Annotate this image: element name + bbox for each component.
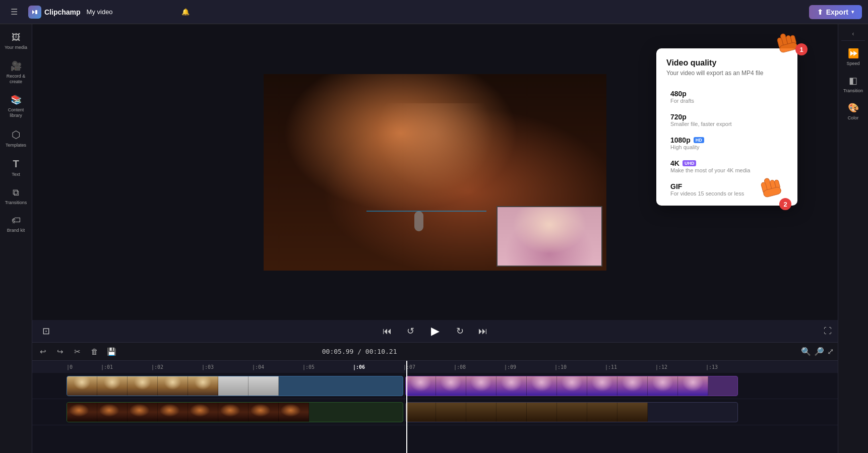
timecode-display: 00:05.99 / 00:10.21 (322, 348, 397, 355)
clip-thumb (497, 376, 527, 396)
clip-thumb (218, 376, 249, 396)
templates-icon: ⬡ (12, 128, 20, 141)
quality-name-gif: GIF (670, 182, 783, 190)
pip-video (497, 206, 602, 267)
center-area: Video quality Your video will export as … (32, 24, 838, 453)
ruler-mark-13: |:13 (706, 364, 756, 370)
zoom-out-button[interactable]: 🔍 (801, 347, 811, 356)
forward-button[interactable]: ↻ (452, 323, 467, 339)
sidebar-item-content-library[interactable]: 📚 Content library (2, 90, 30, 122)
ruler-mark-0: |0 (67, 364, 101, 370)
clip-thumb (466, 403, 497, 422)
export-button[interactable]: ⬆ Export ▾ (809, 5, 862, 19)
track-content-1[interactable] (67, 375, 838, 397)
undo-button[interactable]: ↩ (36, 345, 49, 358)
timeline-ruler: |0 |:01 |:02 |:03 |:04 |:05 |:06 |:07 |:… (32, 361, 838, 373)
sidebar-label-brand-kit: Brand kit (7, 228, 25, 233)
right-panel-speed-label: Speed (846, 61, 859, 66)
color-icon: 🎨 (848, 102, 859, 113)
clip-thumb (188, 376, 218, 396)
clip-segment-2b (406, 403, 648, 422)
clip-thumb (557, 376, 587, 396)
quality-option-480p[interactable]: 480p For drafts (660, 86, 793, 108)
topbar: ☰ Clipchamp 🔔 ⬆ Export ▾ (0, 0, 868, 24)
track-clip-2b[interactable] (405, 402, 738, 422)
clip-thumb (436, 376, 466, 396)
ruler-mark-11: |:11 (605, 364, 655, 370)
skip-forward-button[interactable]: ⏭ (475, 323, 490, 339)
sidebar-item-your-media[interactable]: 🖼 Your media (2, 28, 30, 54)
sidebar-item-templates[interactable]: ⬡ Templates (2, 124, 30, 152)
export-label: Export (826, 8, 848, 16)
ruler-mark-4: |:04 (252, 364, 302, 370)
quality-option-1080p[interactable]: 1080p HD High quality (660, 132, 793, 154)
play-button[interactable]: ▶ (426, 322, 444, 340)
ruler-mark-5: |:05 (302, 364, 353, 370)
clip-thumb (128, 403, 158, 422)
ruler-mark-10: |:10 (554, 364, 605, 370)
rewind-button[interactable]: ↺ (403, 323, 418, 339)
pip-person (498, 207, 601, 266)
sidebar-label-your-media: Your media (5, 45, 27, 50)
app-name: Clipchamp (44, 8, 81, 16)
right-panel-color[interactable]: 🎨 Color (840, 98, 867, 124)
clip-thumb (406, 376, 436, 396)
uhd-badge: UHD (683, 160, 697, 166)
microphone-shape (414, 211, 423, 231)
track-content-2[interactable] (67, 401, 838, 423)
clip-thumb (678, 376, 708, 396)
export-chevron-icon: ▾ (851, 9, 854, 15)
skip-back-button[interactable]: ⏮ (380, 323, 395, 339)
svg-rect-5 (790, 35, 796, 44)
right-panel-color-label: Color (848, 115, 859, 120)
sidebar-item-brand-kit[interactable]: 🏷 Brand kit (2, 211, 30, 237)
video-title-input[interactable] (87, 8, 171, 16)
clip-thumb (557, 403, 587, 422)
save-button[interactable]: 💾 (105, 345, 118, 358)
track-clip-1b[interactable] (405, 376, 738, 396)
clip-segment-1b (406, 376, 708, 396)
delete-button[interactable]: 🗑 (88, 345, 101, 358)
right-panel-transition[interactable]: ◧ Transition (840, 71, 867, 97)
tracks-container (32, 373, 838, 453)
sidebar-label-content-library: Content library (4, 107, 28, 118)
sidebar-label-record-create: Record & create (4, 74, 28, 85)
collapse-panel-button[interactable]: ‹ (852, 30, 854, 37)
clip-thumb (218, 403, 249, 422)
menu-button[interactable]: ☰ (6, 4, 22, 20)
clip-thumb (587, 376, 617, 396)
clip-thumb (497, 403, 527, 422)
quality-option-720p[interactable]: 720p Smaller file, faster export (660, 109, 793, 131)
timeline-toolbar: ↩ ↪ ✂ 🗑 💾 00:05.99 / 00:10.21 🔍 🔎 ⤢ (32, 343, 838, 361)
quality-option-4k[interactable]: 4K UHD Make the most of your 4K media (660, 155, 793, 177)
ruler-mark-1: |:01 (101, 364, 151, 370)
redo-button[interactable]: ↪ (53, 345, 67, 358)
right-panel-speed[interactable]: ⏩ Speed (840, 44, 867, 70)
panel-title: Video quality (656, 58, 797, 70)
track-row-2 (32, 399, 838, 425)
clip-segment-2a (67, 403, 309, 422)
panel-divider (841, 40, 865, 41)
app-logo: Clipchamp (28, 6, 81, 19)
clip-thumb (527, 403, 557, 422)
track-clip-2a[interactable] (67, 402, 403, 422)
track-clip-1a[interactable] (67, 376, 403, 396)
clip-thumb (436, 403, 466, 422)
quality-option-gif[interactable]: GIF For videos 15 seconds or less (660, 178, 793, 201)
sidebar-item-record-create[interactable]: 🎥 Record & create (2, 56, 30, 89)
quality-desc-480p: For drafts (670, 98, 783, 104)
fullscreen-button[interactable]: ⛶ (824, 327, 832, 336)
track-row-1 (32, 373, 838, 399)
notifications-button[interactable]: 🔔 (177, 4, 194, 20)
transition-icon: ◧ (849, 75, 857, 86)
right-panel-transition-label: Transition (843, 88, 863, 93)
sidebar-item-transitions[interactable]: ⧉ Transitions (2, 183, 30, 210)
main-video (264, 74, 606, 271)
zoom-fit-button[interactable]: ⤢ (827, 347, 834, 356)
svg-rect-2 (780, 33, 788, 47)
zoom-in-button[interactable]: 🔎 (814, 347, 824, 356)
crop-button[interactable]: ⊡ (38, 323, 53, 339)
cut-button[interactable]: ✂ (71, 345, 84, 358)
sidebar-item-text[interactable]: T Text (2, 154, 30, 181)
svg-rect-4 (786, 35, 793, 47)
